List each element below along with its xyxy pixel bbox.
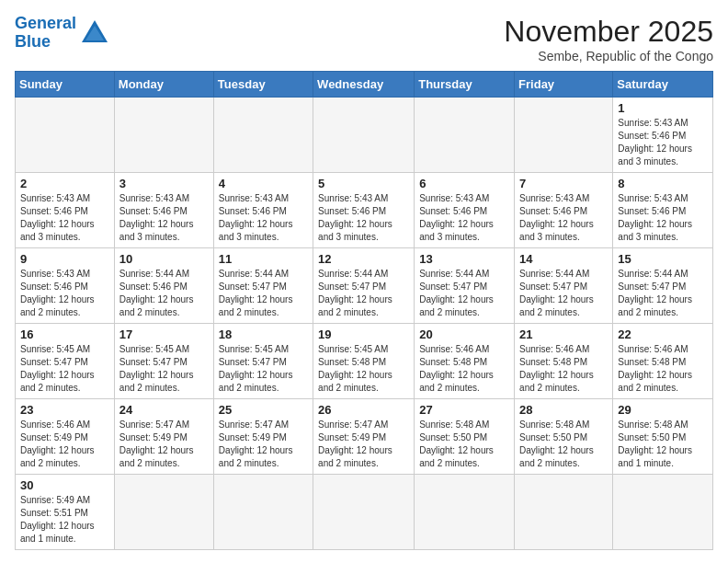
day-number: 22	[618, 327, 708, 341]
day-info: Sunrise: 5:46 AM Sunset: 5:49 PM Dayligh…	[20, 419, 109, 470]
calendar-subtitle: Sembe, Republic of the Congo	[504, 49, 713, 63]
day-number: 5	[318, 177, 409, 190]
title-block: November 2025 Sembe, Republic of the Con…	[504, 15, 713, 63]
calendar-cell: 22Sunrise: 5:46 AM Sunset: 5:48 PM Dayli…	[613, 324, 713, 399]
day-info: Sunrise: 5:43 AM Sunset: 5:46 PM Dayligh…	[419, 192, 509, 244]
day-number: 4	[219, 177, 308, 190]
day-number: 24	[119, 403, 209, 417]
logo-blue: Blue	[15, 32, 51, 51]
logo-general: General	[15, 14, 76, 32]
calendar-cell	[213, 475, 313, 550]
calendar-cell	[313, 475, 415, 550]
calendar-cell: 25Sunrise: 5:47 AM Sunset: 5:49 PM Dayli…	[213, 399, 313, 475]
calendar-cell: 20Sunrise: 5:46 AM Sunset: 5:48 PM Dayli…	[415, 324, 515, 399]
calendar-cell: 14Sunrise: 5:44 AM Sunset: 5:47 PM Dayli…	[515, 248, 613, 324]
week-row-1: 2Sunrise: 5:43 AM Sunset: 5:46 PM Daylig…	[16, 173, 713, 248]
calendar-cell: 7Sunrise: 5:43 AM Sunset: 5:46 PM Daylig…	[515, 173, 613, 248]
day-number: 12	[318, 252, 409, 266]
calendar-cell	[114, 98, 213, 173]
calendar-cell: 30Sunrise: 5:49 AM Sunset: 5:51 PM Dayli…	[16, 475, 115, 550]
day-info: Sunrise: 5:44 AM Sunset: 5:47 PM Dayligh…	[618, 268, 708, 319]
header-sunday: Sunday	[16, 72, 115, 98]
calendar-cell: 2Sunrise: 5:43 AM Sunset: 5:46 PM Daylig…	[16, 173, 115, 248]
day-number: 15	[618, 252, 708, 266]
calendar-cell	[114, 475, 213, 550]
day-info: Sunrise: 5:47 AM Sunset: 5:49 PM Dayligh…	[219, 419, 308, 470]
day-number: 1	[618, 101, 708, 115]
calendar-cell: 11Sunrise: 5:44 AM Sunset: 5:47 PM Dayli…	[213, 248, 313, 324]
page-header: General Blue November 2025 Sembe, Republ…	[15, 15, 713, 63]
day-number: 6	[419, 177, 509, 190]
header-saturday: Saturday	[613, 72, 713, 98]
day-number: 10	[119, 252, 209, 266]
calendar-cell: 26Sunrise: 5:47 AM Sunset: 5:49 PM Dayli…	[313, 399, 415, 475]
day-info: Sunrise: 5:43 AM Sunset: 5:46 PM Dayligh…	[519, 192, 608, 244]
calendar-cell: 18Sunrise: 5:45 AM Sunset: 5:47 PM Dayli…	[213, 324, 313, 399]
day-info: Sunrise: 5:48 AM Sunset: 5:50 PM Dayligh…	[519, 419, 608, 470]
day-number: 30	[20, 478, 109, 492]
day-info: Sunrise: 5:45 AM Sunset: 5:47 PM Dayligh…	[20, 343, 109, 395]
calendar-cell: 3Sunrise: 5:43 AM Sunset: 5:46 PM Daylig…	[114, 173, 213, 248]
calendar-cell	[515, 98, 613, 173]
day-info: Sunrise: 5:45 AM Sunset: 5:47 PM Dayligh…	[119, 343, 209, 395]
day-info: Sunrise: 5:44 AM Sunset: 5:46 PM Dayligh…	[119, 268, 209, 319]
calendar-title: November 2025	[504, 15, 713, 49]
calendar-cell	[415, 98, 515, 173]
calendar-cell	[16, 98, 115, 173]
day-info: Sunrise: 5:44 AM Sunset: 5:47 PM Dayligh…	[219, 268, 308, 319]
day-info: Sunrise: 5:46 AM Sunset: 5:48 PM Dayligh…	[419, 343, 509, 395]
day-info: Sunrise: 5:46 AM Sunset: 5:48 PM Dayligh…	[519, 343, 608, 395]
calendar-cell	[313, 98, 415, 173]
calendar-cell: 17Sunrise: 5:45 AM Sunset: 5:47 PM Dayli…	[114, 324, 213, 399]
header-monday: Monday	[114, 72, 213, 98]
day-number: 13	[419, 252, 509, 266]
day-number: 20	[419, 327, 509, 341]
day-info: Sunrise: 5:49 AM Sunset: 5:51 PM Dayligh…	[20, 494, 109, 546]
week-row-3: 16Sunrise: 5:45 AM Sunset: 5:47 PM Dayli…	[16, 324, 713, 399]
logo-icon	[78, 17, 111, 50]
calendar-cell: 12Sunrise: 5:44 AM Sunset: 5:47 PM Dayli…	[313, 248, 415, 324]
calendar-cell	[415, 475, 515, 550]
day-number: 9	[20, 252, 109, 266]
day-info: Sunrise: 5:43 AM Sunset: 5:46 PM Dayligh…	[219, 192, 308, 244]
calendar-cell: 24Sunrise: 5:47 AM Sunset: 5:49 PM Dayli…	[114, 399, 213, 475]
calendar-cell: 16Sunrise: 5:45 AM Sunset: 5:47 PM Dayli…	[16, 324, 115, 399]
day-info: Sunrise: 5:43 AM Sunset: 5:46 PM Dayligh…	[618, 117, 708, 168]
day-number: 21	[519, 327, 608, 341]
header-wednesday: Wednesday	[313, 72, 415, 98]
header-friday: Friday	[515, 72, 613, 98]
day-number: 3	[119, 177, 209, 190]
header-tuesday: Tuesday	[213, 72, 313, 98]
day-number: 7	[519, 177, 608, 190]
calendar-cell: 1Sunrise: 5:43 AM Sunset: 5:46 PM Daylig…	[613, 98, 713, 173]
calendar-cell	[613, 475, 713, 550]
day-info: Sunrise: 5:43 AM Sunset: 5:46 PM Dayligh…	[20, 192, 109, 244]
day-number: 18	[219, 327, 308, 341]
calendar-cell: 27Sunrise: 5:48 AM Sunset: 5:50 PM Dayli…	[415, 399, 515, 475]
day-number: 8	[618, 177, 708, 190]
day-number: 16	[20, 327, 109, 341]
calendar-cell: 9Sunrise: 5:43 AM Sunset: 5:46 PM Daylig…	[16, 248, 115, 324]
calendar-cell: 4Sunrise: 5:43 AM Sunset: 5:46 PM Daylig…	[213, 173, 313, 248]
calendar-table: SundayMondayTuesdayWednesdayThursdayFrid…	[15, 71, 713, 550]
day-number: 27	[419, 403, 509, 417]
day-info: Sunrise: 5:44 AM Sunset: 5:47 PM Dayligh…	[419, 268, 509, 319]
calendar-cell: 15Sunrise: 5:44 AM Sunset: 5:47 PM Dayli…	[613, 248, 713, 324]
day-number: 28	[519, 403, 608, 417]
day-info: Sunrise: 5:43 AM Sunset: 5:46 PM Dayligh…	[618, 192, 708, 244]
day-info: Sunrise: 5:45 AM Sunset: 5:47 PM Dayligh…	[219, 343, 308, 395]
calendar-cell: 19Sunrise: 5:45 AM Sunset: 5:48 PM Dayli…	[313, 324, 415, 399]
day-info: Sunrise: 5:44 AM Sunset: 5:47 PM Dayligh…	[318, 268, 409, 319]
week-row-2: 9Sunrise: 5:43 AM Sunset: 5:46 PM Daylig…	[16, 248, 713, 324]
day-info: Sunrise: 5:46 AM Sunset: 5:48 PM Dayligh…	[618, 343, 708, 395]
calendar-cell: 28Sunrise: 5:48 AM Sunset: 5:50 PM Dayli…	[515, 399, 613, 475]
day-number: 19	[318, 327, 409, 341]
day-number: 23	[20, 403, 109, 417]
calendar-cell: 5Sunrise: 5:43 AM Sunset: 5:46 PM Daylig…	[313, 173, 415, 248]
day-info: Sunrise: 5:43 AM Sunset: 5:46 PM Dayligh…	[119, 192, 209, 244]
calendar-cell: 29Sunrise: 5:48 AM Sunset: 5:50 PM Dayli…	[613, 399, 713, 475]
day-number: 29	[618, 403, 708, 417]
calendar-cell: 21Sunrise: 5:46 AM Sunset: 5:48 PM Dayli…	[515, 324, 613, 399]
week-row-0: 1Sunrise: 5:43 AM Sunset: 5:46 PM Daylig…	[16, 98, 713, 173]
day-number: 26	[318, 403, 409, 417]
